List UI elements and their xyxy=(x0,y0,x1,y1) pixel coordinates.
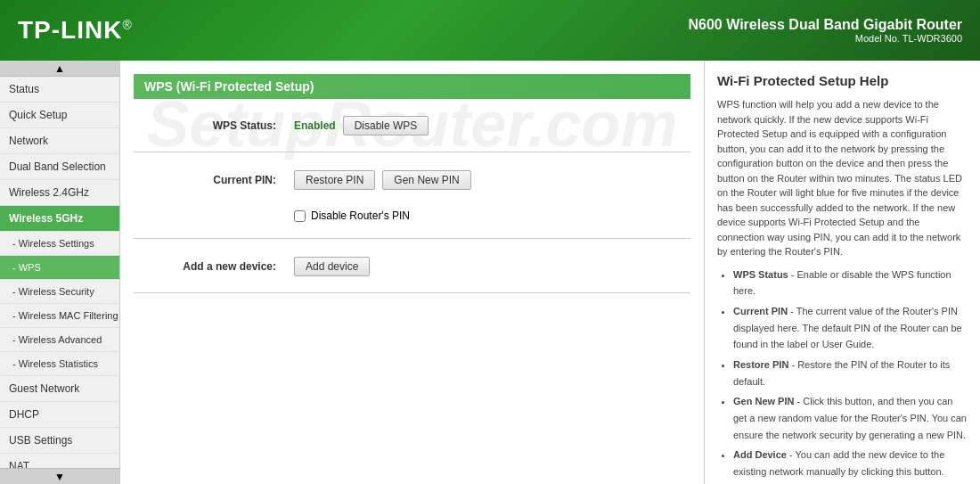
main-layout: ▲ StatusQuick SetupNetworkDual Band Sele… xyxy=(0,61,980,484)
restore-pin-button[interactable]: Restore PIN xyxy=(294,170,375,190)
disable-pin-checkbox-row: Disable Router's PIN xyxy=(294,209,410,222)
main-content: SetupRouter.com WPS (Wi-Fi Protected Set… xyxy=(120,61,704,484)
sidebar-item-dual-band[interactable]: Dual Band Selection xyxy=(0,154,119,180)
logo-registered: ® xyxy=(122,18,132,32)
help-list-item: Add Device - You can add the new device … xyxy=(733,447,968,480)
sidebar-item-network[interactable]: Network xyxy=(0,128,119,154)
sidebar-item-wireless-5[interactable]: Wireless 5GHz xyxy=(0,206,119,232)
model-number: Model No. TL-WDR3600 xyxy=(689,33,962,44)
add-device-controls: Add device xyxy=(294,257,370,276)
help-list-item: Restore PIN - Restore the PIN of the Rou… xyxy=(733,357,968,390)
pin-controls: Restore PIN Gen New PIN xyxy=(294,170,471,190)
disable-pin-row: Disable Router's PIN xyxy=(294,206,690,226)
sidebar-item-dhcp[interactable]: DHCP xyxy=(0,402,119,428)
wps-status-label: WPS Status: xyxy=(134,119,294,132)
wps-status-row: WPS Status: Enabled Disable WPS xyxy=(134,112,690,139)
help-list-item: Gen New PIN - Click this button, and the… xyxy=(733,393,968,443)
disable-pin-checkbox[interactable] xyxy=(294,210,306,222)
content-area: SetupRouter.com WPS (Wi-Fi Protected Set… xyxy=(120,61,980,484)
help-panel: Wi-Fi Protected Setup Help WPS function … xyxy=(704,61,980,484)
sidebar-item-wireless-advanced[interactable]: - Wireless Advanced xyxy=(0,328,119,352)
logo: TP-LINK® xyxy=(18,16,133,45)
divider-1 xyxy=(134,152,690,152)
section-title-bar: WPS (Wi-Fi Protected Setup) xyxy=(134,74,690,99)
sidebar-item-usb-settings[interactable]: USB Settings xyxy=(0,428,119,454)
wps-status-value: Enabled xyxy=(294,119,336,132)
sidebar-item-wireless-24[interactable]: Wireless 2.4GHz xyxy=(0,180,119,206)
divider-2 xyxy=(134,238,690,239)
sidebar-item-guest-network[interactable]: Guest Network xyxy=(0,376,119,402)
sidebar-scroll-down[interactable]: ▼ xyxy=(0,468,119,484)
sidebar: ▲ StatusQuick SetupNetworkDual Band Sele… xyxy=(0,61,120,484)
router-name: N600 Wireless Dual Band Gigabit Router xyxy=(689,17,962,33)
help-intro: WPS function will help you add a new dev… xyxy=(717,97,968,259)
add-device-row: Add a new device: Add device xyxy=(134,253,690,280)
router-info: N600 Wireless Dual Band Gigabit Router M… xyxy=(689,17,962,44)
help-list-item: Current PIN - The current value of the R… xyxy=(733,303,968,353)
header: TP-LINK® N600 Wireless Dual Band Gigabit… xyxy=(0,0,980,61)
divider-3 xyxy=(134,292,690,293)
help-list: WPS Status - Enable or disable the WPS f… xyxy=(717,267,968,480)
gen-new-pin-button[interactable]: Gen New PIN xyxy=(382,170,470,190)
wps-form: WPS Status: Enabled Disable WPS Current … xyxy=(134,112,690,293)
add-device-button[interactable]: Add device xyxy=(294,257,370,276)
current-pin-label: Current PIN: xyxy=(134,174,294,186)
section-title: WPS (Wi-Fi Protected Setup) xyxy=(144,79,314,94)
add-device-label: Add a new device: xyxy=(134,260,294,273)
sidebar-item-wireless-stats[interactable]: - Wireless Statistics xyxy=(0,352,119,376)
help-list-item: WPS Status - Enable or disable the WPS f… xyxy=(733,267,968,299)
sidebar-item-status[interactable]: Status xyxy=(0,77,119,103)
sidebar-scroll-up[interactable]: ▲ xyxy=(0,61,119,77)
wps-status-controls: Enabled Disable WPS xyxy=(294,116,429,135)
disable-pin-label: Disable Router's PIN xyxy=(311,209,410,222)
current-pin-row: Current PIN: Restore PIN Gen New PIN xyxy=(134,167,690,193)
sidebar-item-wireless-settings[interactable]: - Wireless Settings xyxy=(0,232,119,256)
help-title: Wi-Fi Protected Setup Help xyxy=(717,73,968,88)
sidebar-item-quick-setup[interactable]: Quick Setup xyxy=(0,103,119,128)
sidebar-item-wireless-mac[interactable]: - Wireless MAC Filtering xyxy=(0,304,119,328)
disable-wps-button[interactable]: Disable WPS xyxy=(343,116,429,135)
sidebar-item-wps[interactable]: - WPS xyxy=(0,256,119,280)
logo-text: TP-LINK xyxy=(18,16,122,44)
sidebar-item-wireless-security[interactable]: - Wireless Security xyxy=(0,280,119,304)
